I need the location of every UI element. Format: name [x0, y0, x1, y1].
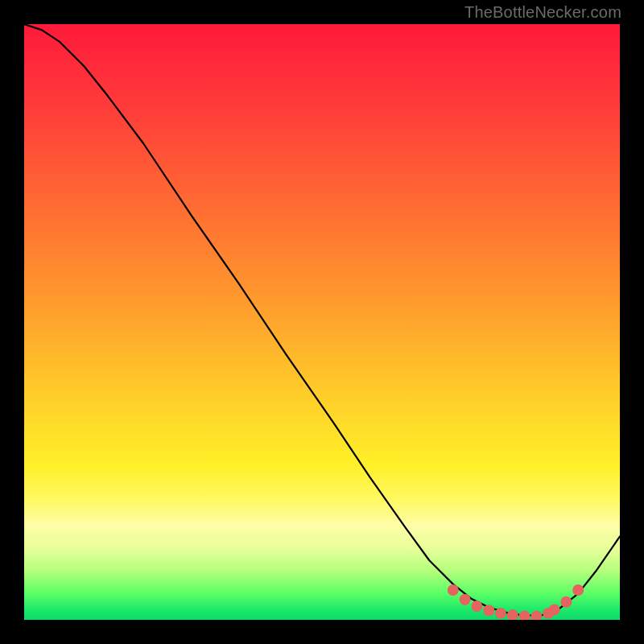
marker-dot	[495, 608, 506, 619]
gradient-backdrop	[24, 24, 620, 620]
bottleneck-chart	[24, 24, 620, 620]
marker-dot	[483, 605, 494, 616]
chart-frame: TheBottleNecker.com	[0, 0, 644, 644]
watermark-text: TheBottleNecker.com	[464, 3, 621, 22]
marker-dot	[572, 584, 584, 596]
marker-dot	[460, 594, 471, 605]
marker-dot	[471, 601, 482, 612]
marker-dot	[560, 597, 572, 608]
marker-dot	[549, 604, 560, 615]
marker-dot	[448, 584, 459, 596]
